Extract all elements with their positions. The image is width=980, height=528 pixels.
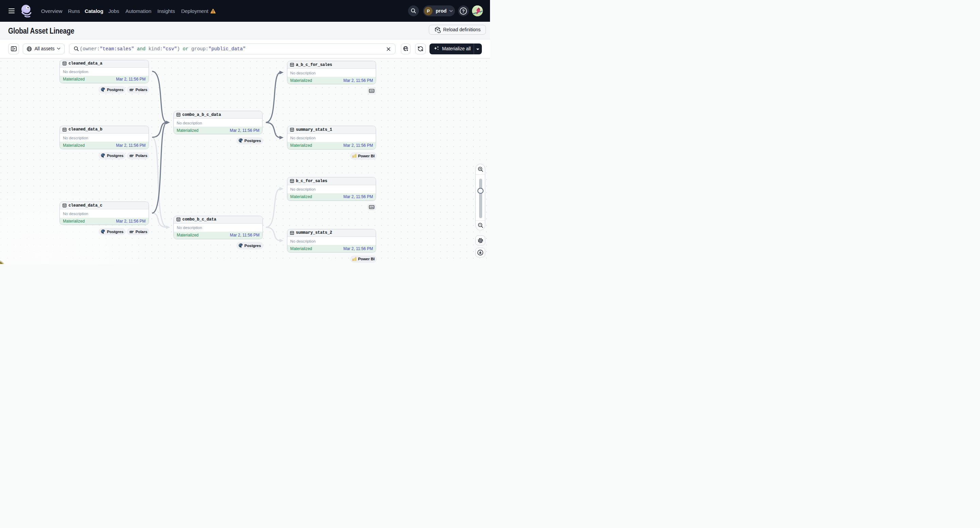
svg-text:CSV: CSV <box>370 206 374 208</box>
svg-text:CSV: CSV <box>370 90 374 92</box>
svg-text:?: ? <box>462 9 465 14</box>
